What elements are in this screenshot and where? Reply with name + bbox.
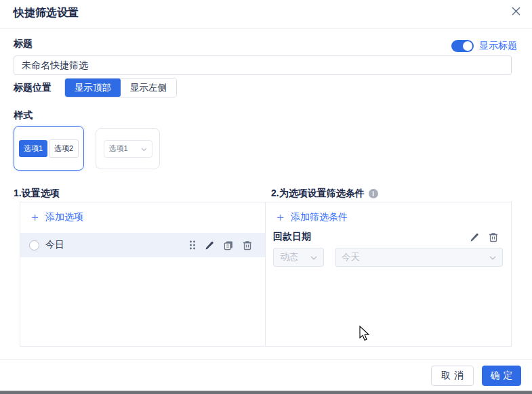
- duplicate-option-button[interactable]: [224, 240, 234, 250]
- option-radio[interactable]: [29, 240, 39, 250]
- show-title-toggle-group: 显示标题: [451, 40, 517, 52]
- delete-option-button[interactable]: [243, 240, 252, 250]
- header-divider: [0, 28, 532, 29]
- title-position-label: 标题位置: [14, 82, 52, 94]
- plus-icon: ＋: [29, 213, 41, 222]
- chevron-down-icon: [310, 253, 317, 263]
- condition-value-select[interactable]: 今天: [335, 248, 503, 267]
- show-title-toggle[interactable]: [451, 40, 474, 52]
- condition-type-select[interactable]: 动态: [273, 248, 324, 267]
- edit-option-button[interactable]: [205, 240, 215, 250]
- style-label: 样式: [14, 110, 33, 122]
- edit-icon: [205, 240, 215, 250]
- option-row-actions: [189, 240, 252, 250]
- condition-value: 今天: [342, 251, 360, 263]
- delete-condition-button[interactable]: [489, 232, 498, 242]
- title-input[interactable]: [14, 56, 512, 75]
- dialog-title: 快捷筛选设置: [14, 6, 79, 20]
- show-title-toggle-label: 显示标题: [479, 40, 517, 52]
- settings-panel: ＋ 添加选项 今日: [20, 202, 512, 347]
- option-label: 今日: [45, 239, 64, 251]
- edit-icon: [470, 232, 480, 242]
- position-option-left[interactable]: 显示左侧: [121, 79, 176, 97]
- style-preview-option2: 选项2: [49, 139, 79, 158]
- add-option-label: 添加选项: [45, 211, 83, 223]
- info-icon[interactable]: i: [369, 189, 378, 198]
- copy-icon: [224, 240, 234, 250]
- condition-actions: [470, 232, 498, 242]
- panel-divider: [265, 202, 266, 346]
- add-condition-button[interactable]: ＋ 添加筛选条件: [274, 211, 348, 223]
- style-preview-option1: 选项1: [19, 140, 47, 157]
- edit-condition-button[interactable]: [470, 232, 480, 242]
- close-icon: [511, 6, 521, 18]
- condition-field-name: 回款日期: [273, 231, 311, 243]
- conditions-section-header: 2.为选项设置筛选条件 i: [271, 188, 378, 200]
- close-button[interactable]: [506, 2, 526, 22]
- style-card-select[interactable]: 选项1: [96, 128, 160, 169]
- title-field-label: 标题: [14, 38, 33, 50]
- confirm-button[interactable]: 确定: [482, 366, 521, 386]
- position-option-top[interactable]: 显示顶部: [65, 79, 121, 97]
- conditions-section-title: 2.为选项设置筛选条件: [271, 188, 365, 200]
- style-card-buttons[interactable]: 选项1 选项2: [14, 126, 84, 171]
- condition-type-value: 动态: [280, 251, 298, 263]
- title-position-segmented: 显示顶部 显示左侧: [64, 78, 177, 97]
- drag-handle[interactable]: [189, 240, 196, 250]
- cancel-button[interactable]: 取消: [431, 366, 474, 386]
- window-bottom-edge: [0, 391, 532, 394]
- add-condition-label: 添加筛选条件: [291, 211, 348, 223]
- option-row: 今日: [20, 233, 265, 257]
- quick-filter-settings-dialog: 快捷筛选设置 标题 显示标题 标题位置 显示顶部 显示左侧 样式 选项1 选项2…: [0, 0, 532, 394]
- chevron-down-icon: [141, 145, 147, 153]
- trash-icon: [489, 232, 498, 242]
- toggle-knob-icon: [463, 41, 472, 51]
- condition-field-row: 回款日期: [273, 231, 498, 243]
- footer-divider: [0, 359, 532, 360]
- chevron-down-icon: [489, 253, 496, 263]
- style-preview-select-value: 选项1: [109, 144, 128, 154]
- style-preview-select: 选项1: [104, 140, 152, 158]
- drag-handle-icon: [189, 240, 196, 250]
- add-option-button[interactable]: ＋ 添加选项: [29, 211, 83, 223]
- plus-icon: ＋: [274, 213, 286, 222]
- options-section-header: 1.设置选项: [14, 188, 60, 200]
- trash-icon: [243, 240, 252, 250]
